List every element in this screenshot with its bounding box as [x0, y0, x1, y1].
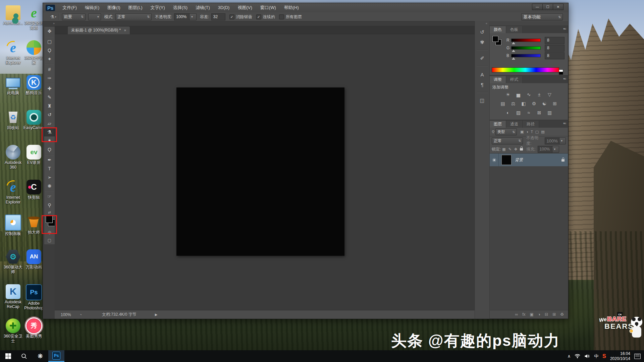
menu-item[interactable]: 窗口(W) [256, 3, 280, 12]
workspace-dropdown[interactable]: 基本功能 ⇅ [521, 13, 563, 20]
brush-panel-icon[interactable]: ✾ [477, 38, 487, 47]
fill-source-dropdown[interactable]: 前景 ⇅ [62, 13, 86, 20]
invert-icon[interactable]: ◐ [505, 110, 512, 116]
menu-item[interactable]: 编辑(E) [81, 3, 103, 12]
desktop-icon[interactable]: 360软件管家 [23, 40, 44, 65]
hue-saturation-icon[interactable]: ▤ [499, 101, 506, 107]
tray-chevron-icon[interactable]: ∧ [568, 354, 571, 359]
mode-dropdown[interactable]: 正常 ⇅ [115, 13, 152, 20]
opacity-input[interactable]: 100% [174, 13, 190, 20]
layer-opacity-input[interactable]: 100% [545, 137, 559, 144]
channel-slider-track[interactable] [511, 39, 541, 42]
dock-collapse-icon[interactable]: « [475, 21, 489, 26]
opacity-dropdown-arrow[interactable]: ▾ [189, 13, 197, 20]
layer-name[interactable]: 背景 [515, 157, 561, 163]
desktop-icon[interactable]: Administr... [3, 5, 23, 26]
dodge-tool[interactable]: Ϙ [44, 145, 55, 154]
channel-slider-thumb[interactable] [512, 42, 515, 44]
desktop-icon[interactable]: e Internet Explorer [3, 180, 23, 205]
marquee-tool[interactable]: ▢ [44, 37, 55, 46]
menu-item[interactable]: 文字(Y) [146, 3, 169, 12]
wifi-icon[interactable] [575, 354, 580, 358]
blend-mode-dropdown[interactable]: 正常 ⇅ [492, 137, 523, 144]
layer-mask-icon[interactable]: ▣ [530, 312, 534, 317]
crop-tool[interactable]: # [44, 65, 55, 74]
black-white-icon[interactable]: ◧ [520, 101, 527, 107]
contiguous-checkbox[interactable]: ✓ [256, 14, 261, 19]
document-canvas[interactable] [176, 87, 344, 256]
sogou-tray-icon[interactable]: S [602, 353, 606, 359]
desktop-icon[interactable]: C 快剪辑 [23, 180, 44, 200]
path-selection-tool[interactable]: ➢ [44, 173, 55, 182]
desktop-icon[interactable]: e Internet Explorer [3, 40, 23, 65]
brush-tool[interactable]: ✎ [44, 93, 55, 102]
magic-wand-tool[interactable]: ✶ [44, 55, 55, 63]
all-layers-checkbox[interactable] [279, 14, 284, 19]
new-group-icon[interactable]: ⊟ [545, 312, 548, 317]
layer-row-background[interactable]: 背景 [490, 154, 568, 166]
menu-item[interactable]: 视图(V) [233, 3, 256, 12]
desktop-icon[interactable]: K Autodesk ReCap [3, 284, 23, 309]
type-tool[interactable]: T [44, 164, 55, 173]
tolerance-input[interactable]: 32 [211, 13, 225, 20]
lock-transparency-icon[interactable]: ▦ [502, 147, 505, 152]
spectrum-black-swatch[interactable] [559, 72, 563, 75]
channel-value-input[interactable]: 8 [545, 37, 565, 44]
maximize-button[interactable]: ☐ [542, 4, 553, 10]
panel-menu-icon[interactable]: ▾≡ [563, 122, 566, 125]
foreground-color-swatch[interactable] [492, 36, 498, 42]
menu-item[interactable]: 3D(D) [214, 3, 234, 12]
channel-slider-thumb[interactable] [512, 50, 515, 52]
desktop-icon[interactable]: 秀 美图秀秀 [23, 318, 44, 339]
clone-stamp-tool[interactable]: ♜ [44, 102, 55, 110]
curves-icon[interactable]: ∿ [526, 92, 532, 98]
tab-adjustments[interactable]: 调整 [490, 76, 506, 83]
desktop-icon[interactable]: ♻ 回收站 [3, 110, 23, 130]
zoom-tool[interactable]: ⚲ [44, 201, 55, 209]
ime-indicator[interactable]: 中 [594, 353, 598, 359]
threshold-icon[interactable]: ≈ [526, 110, 532, 116]
filter-type-icon[interactable]: T [531, 130, 533, 134]
vibrance-icon[interactable]: ▽ [546, 92, 553, 98]
desktop-icon[interactable]: AN 万彩动画 [23, 249, 44, 270]
tab-channels[interactable]: 通道 [506, 121, 523, 128]
filter-adjustment-icon[interactable]: ◑ [526, 130, 528, 134]
lock-position-icon[interactable]: ✥ [514, 147, 517, 152]
menu-item[interactable]: 图层(L) [124, 3, 147, 12]
document-tab[interactable]: 未标题-1 @ 100%(RGB/8) * ✕ [67, 26, 130, 34]
antialias-option[interactable]: ✓ 消除锯齿 [229, 14, 252, 20]
close-button[interactable]: ✕ [553, 4, 564, 10]
desktop-icon[interactable]: 此电脑 [3, 75, 23, 96]
tool-preset-arrow-icon[interactable]: ▾ [55, 15, 56, 18]
custom-shape-tool[interactable]: ❋ [44, 182, 55, 190]
screen-mode-button[interactable]: ▢ [44, 236, 55, 244]
color-spectrum-ramp[interactable] [492, 67, 559, 72]
contiguous-option[interactable]: ✓ 连续的 [256, 14, 275, 20]
healing-brush-tool[interactable]: ✚ [44, 84, 55, 93]
panel-menu-icon[interactable]: ▾≡ [563, 77, 566, 80]
desktop-icon[interactable]: 拍大师 [23, 215, 44, 235]
menu-item[interactable]: 滤镜(T) [192, 3, 214, 12]
desktop-icon[interactable]: e 360安全浏览器 [23, 5, 44, 31]
filter-pixel-icon[interactable]: ▣ [520, 130, 524, 134]
tab-layers[interactable]: 图层 [490, 121, 506, 128]
tab-color[interactable]: 颜色 [490, 26, 506, 33]
menu-item[interactable]: 帮助(H) [280, 3, 303, 12]
antialias-checkbox[interactable]: ✓ [229, 14, 234, 19]
eraser-tool[interactable]: ▱ [44, 119, 55, 128]
status-menu-arrow-icon[interactable]: ▶ [155, 313, 158, 316]
lock-all-icon[interactable] [520, 148, 523, 150]
fill-arrow[interactable]: ▾ [552, 146, 559, 153]
desktop-icon[interactable]: Ps Adobe Photoshop [23, 284, 44, 311]
paint-bucket-icon[interactable]: ⚗ [50, 14, 54, 19]
lasso-tool[interactable]: Ǫ [44, 46, 55, 55]
desktop-icon[interactable]: K 酷狗音乐 [23, 75, 44, 96]
tab-styles[interactable]: 样式 [506, 76, 523, 83]
photo-filter-icon[interactable]: ⚙ [531, 101, 537, 107]
delete-layer-icon[interactable]: ♻ [560, 312, 564, 317]
history-brush-tool[interactable]: ↺ [44, 110, 55, 119]
fill-input[interactable]: 100% [538, 146, 552, 153]
layer-filter-dropdown[interactable]: 类型 ⇅ [495, 128, 517, 135]
desktop-icon[interactable]: ev EV录屏 [23, 145, 44, 165]
selective-color-icon[interactable]: ▥ [546, 110, 553, 116]
